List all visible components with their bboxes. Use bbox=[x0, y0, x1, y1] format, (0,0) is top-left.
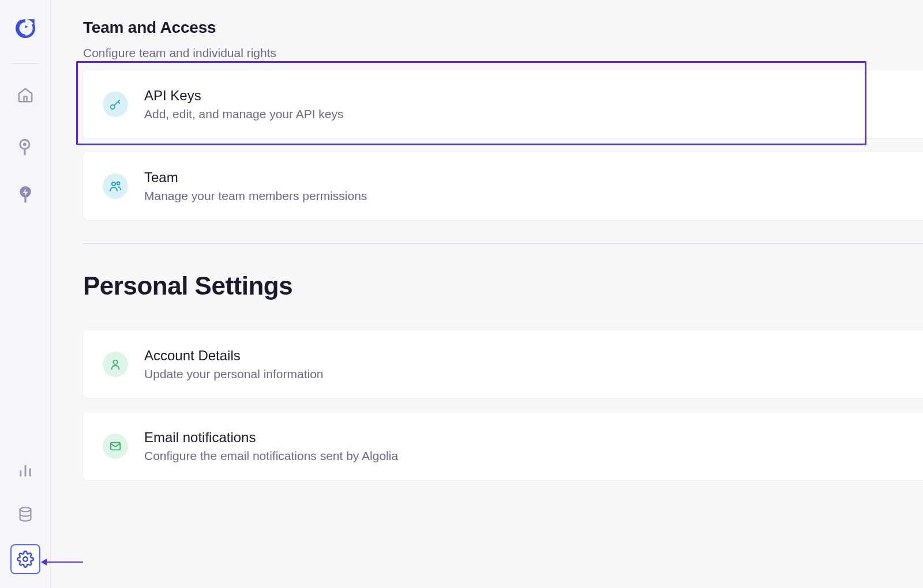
home-icon bbox=[17, 86, 34, 104]
svg-point-15 bbox=[117, 182, 120, 185]
team-access-subtitle: Configure team and individual rights bbox=[83, 46, 923, 60]
team-access-title: Team and Access bbox=[83, 18, 923, 37]
card-title: Account Details bbox=[144, 348, 324, 364]
database-icon bbox=[17, 506, 33, 522]
user-icon bbox=[103, 352, 128, 377]
card-desc: Update your personal information bbox=[144, 367, 324, 381]
card-email-notifications[interactable]: Email notifications Configure the email … bbox=[83, 412, 923, 480]
mail-icon bbox=[103, 434, 128, 459]
svg-point-14 bbox=[112, 182, 115, 186]
bar-chart-icon bbox=[17, 462, 33, 478]
nav-recommend[interactable] bbox=[12, 180, 39, 208]
main-content: Team and Access Configure team and indiv… bbox=[51, 0, 923, 588]
svg-point-9 bbox=[20, 507, 31, 511]
personal-settings-title: Personal Settings bbox=[83, 272, 923, 300]
bolt-circle-icon bbox=[18, 185, 33, 203]
svg-point-2 bbox=[22, 143, 26, 146]
card-title: Email notifications bbox=[144, 429, 398, 446]
algolia-logo[interactable] bbox=[13, 16, 37, 40]
nav-settings[interactable] bbox=[10, 544, 40, 574]
key-icon bbox=[103, 92, 128, 117]
svg-point-10 bbox=[23, 557, 28, 561]
card-team[interactable]: Team Manage your team members permission… bbox=[83, 152, 923, 220]
nav-analytics[interactable] bbox=[12, 457, 39, 484]
card-desc: Add, edit, and manage your API keys bbox=[144, 107, 344, 121]
nav-data-sources[interactable] bbox=[12, 500, 39, 528]
gear-icon bbox=[17, 551, 34, 568]
card-api-keys[interactable]: API Keys Add, edit, and manage your API … bbox=[83, 70, 923, 138]
svg-point-16 bbox=[113, 360, 117, 364]
section-divider bbox=[83, 243, 923, 244]
search-icon bbox=[17, 138, 33, 156]
team-icon bbox=[103, 174, 128, 199]
card-title: Team bbox=[144, 169, 367, 186]
nav-home[interactable] bbox=[12, 81, 39, 109]
sidebar bbox=[0, 0, 51, 588]
card-title: API Keys bbox=[144, 88, 344, 104]
card-desc: Manage your team members permissions bbox=[144, 189, 367, 203]
card-desc: Configure the email notifications sent b… bbox=[144, 449, 398, 463]
svg-line-13 bbox=[118, 101, 120, 103]
sidebar-divider bbox=[12, 63, 39, 64]
nav-search[interactable] bbox=[12, 133, 39, 161]
card-account-details[interactable]: Account Details Update your personal inf… bbox=[83, 330, 923, 398]
